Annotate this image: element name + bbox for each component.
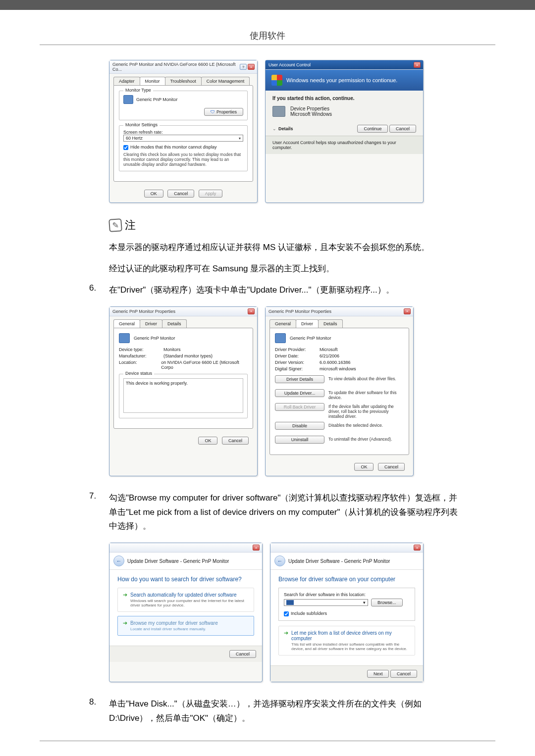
tab-driver[interactable]: Driver — [140, 319, 162, 328]
para-2: 经过认证的此驱动程序可在 Samsung 显示器的主页上找到。 — [109, 262, 466, 276]
refresh-rate-label: Screen refresh rate: — [123, 130, 243, 135]
cancel-button[interactable]: Cancel — [167, 190, 194, 198]
uac-footer: User Account Control helps stop unauthor… — [266, 136, 423, 154]
cancel-button[interactable]: Cancel — [378, 463, 405, 471]
uninstall-desc: To uninstall the driver (Advanced). — [328, 436, 404, 442]
driver-details-button[interactable]: Driver Details — [275, 375, 324, 383]
ok-button[interactable]: OK — [144, 190, 163, 198]
wiz2-heading: Browse for driver software on your compu… — [278, 576, 415, 583]
step-7-text: 勾选"Browse my computer for driver softwar… — [109, 491, 466, 534]
wiz2-option-pick[interactable]: ➔ Let me pick from a list of device driv… — [278, 626, 415, 655]
step-7-number: 7. — [89, 491, 109, 534]
location-label: Location: — [119, 360, 161, 370]
properties-button[interactable]: 🛡 Properties — [204, 108, 243, 116]
wiz1-crumb: Update Driver Software - Generic PnP Mon… — [127, 558, 229, 564]
arrow-icon: ➔ — [284, 630, 288, 651]
ok-button[interactable]: OK — [354, 463, 374, 471]
rollback-driver-button[interactable]: Roll Back Driver — [275, 403, 324, 411]
uac-ms-windows: Microsoft Windows — [290, 111, 332, 117]
close-icon[interactable]: × — [414, 62, 421, 68]
cancel-button[interactable]: Cancel — [390, 670, 417, 678]
wiz1-option-browse[interactable]: ➔ Browse my computer for driver software… — [117, 616, 254, 636]
help-icon[interactable]: ? — [240, 64, 247, 70]
page-header: 使用软件 — [40, 30, 495, 42]
path-combo[interactable]: ▾ — [284, 599, 368, 606]
version-value: 6.0.6000.16386 — [320, 360, 351, 365]
tab-driver[interactable]: Driver — [296, 319, 319, 328]
monitor-icon — [275, 333, 286, 343]
tab-color-management[interactable]: Color Management — [201, 77, 250, 85]
wiz1-opt2-title: Browse my computer for driver software — [130, 620, 249, 626]
hide-modes-checkbox[interactable] — [123, 145, 128, 150]
device-icon — [272, 106, 285, 117]
provider-value: Microsoft — [320, 347, 338, 352]
device-status-legend: Device status — [123, 371, 154, 376]
monitor-name: Generic PnP Monitor — [136, 97, 177, 102]
signer-value: microsoft windows — [320, 366, 356, 371]
wiz1-option-auto[interactable]: ➔ Search automatically for updated drive… — [117, 588, 254, 612]
close-icon[interactable]: × — [404, 308, 411, 314]
uac-message: Windows needs your permission to contion… — [286, 77, 397, 83]
monitor-icon — [123, 95, 133, 104]
header-rule — [40, 45, 495, 45]
tab-monitor[interactable]: Monitor — [140, 77, 165, 85]
tab-details[interactable]: Details — [162, 319, 187, 328]
back-icon[interactable]: ← — [274, 555, 285, 566]
device-status-text: This device is working properly. — [123, 378, 243, 413]
include-subfolders-label: Include subfolders — [291, 611, 327, 616]
tab-details[interactable]: Details — [318, 319, 343, 328]
screenshot-row-1: Generic PnP Monitor and NVIDIA GeForce 6… — [109, 60, 466, 203]
provider-label: Driver Provider: — [275, 347, 320, 352]
rollback-driver-desc: If the device fails after updating the d… — [328, 403, 404, 419]
props-driver-dialog: Generic PnP Monitor Properties × General… — [265, 306, 414, 476]
update-driver-desc: To update the driver software for this d… — [328, 389, 404, 400]
note-icon: ✎ — [108, 218, 122, 232]
uac-if-started: If you started this action, continue. — [272, 96, 416, 101]
wiz1-opt2-desc: Locate and install driver software manua… — [130, 627, 249, 631]
manufacturer-label: Manufacturer: — [119, 353, 163, 358]
tab-general[interactable]: General — [269, 319, 296, 328]
device-type-value: Monitors — [163, 347, 181, 352]
close-icon[interactable]: × — [248, 308, 255, 314]
signer-label: Digital Signer: — [275, 366, 320, 371]
close-icon[interactable]: × — [253, 545, 260, 551]
uninstall-button[interactable]: Uninstall — [275, 436, 324, 444]
monitor-dialog-title: Generic PnP Monitor and NVIDIA GeForce 6… — [112, 62, 240, 72]
hide-modes-label: Hide modes that this monitor cannot disp… — [130, 145, 217, 150]
footer-rule — [40, 741, 495, 741]
arrow-icon: ➔ — [123, 592, 127, 607]
refresh-rate-select[interactable]: 60 Hertz▾ — [123, 135, 243, 142]
props2-header-name: Generic PnP Monitor — [290, 336, 331, 341]
next-button[interactable]: Next — [367, 670, 389, 678]
update-driver-button[interactable]: Update Driver... — [275, 389, 324, 397]
browse-button[interactable]: Browse... — [371, 599, 403, 606]
date-label: Driver Date: — [275, 353, 320, 358]
date-value: 6/21/2006 — [320, 353, 339, 358]
include-subfolders-checkbox[interactable] — [284, 611, 289, 616]
continue-button[interactable]: Continue — [357, 125, 388, 133]
disable-button[interactable]: Disable — [275, 422, 324, 430]
chevron-down-icon[interactable]: ⌄ — [272, 126, 276, 131]
apply-button[interactable]: Apply — [199, 190, 223, 198]
cancel-button[interactable]: Cancel — [222, 437, 249, 445]
cancel-button[interactable]: Cancel — [229, 650, 256, 658]
cancel-button[interactable]: Cancel — [389, 125, 416, 133]
device-type-label: Device type: — [119, 347, 163, 352]
tab-troubleshoot[interactable]: Troubleshoot — [165, 77, 202, 85]
back-icon[interactable]: ← — [113, 555, 124, 566]
monitor-dialog: Generic PnP Monitor and NVIDIA GeForce 6… — [109, 60, 258, 203]
note-label: 注 — [125, 218, 136, 233]
version-label: Driver Version: — [275, 360, 320, 365]
wiz2-opt-title: Let me pick from a list of device driver… — [291, 630, 410, 641]
ok-button[interactable]: OK — [198, 437, 217, 445]
step-6-text: 在"Driver"（驱动程序）选项卡中单击"Update Driver..."（… — [109, 283, 466, 298]
tab-adapter[interactable]: Adapter — [113, 77, 140, 85]
wiz2-opt-desc: This list will show installed driver sof… — [291, 642, 410, 651]
uac-details-toggle[interactable]: Details — [278, 126, 293, 131]
wiz2-search-label: Search for driver software in this locat… — [284, 592, 410, 597]
close-icon[interactable]: × — [248, 64, 255, 70]
close-icon[interactable]: × — [414, 545, 421, 551]
wiz2-crumb: Update Driver Software - Generic PnP Mon… — [288, 558, 390, 564]
tab-general[interactable]: General — [113, 319, 140, 328]
wizard-browse-dialog: × ← Update Driver Software - Generic PnP… — [270, 543, 424, 682]
